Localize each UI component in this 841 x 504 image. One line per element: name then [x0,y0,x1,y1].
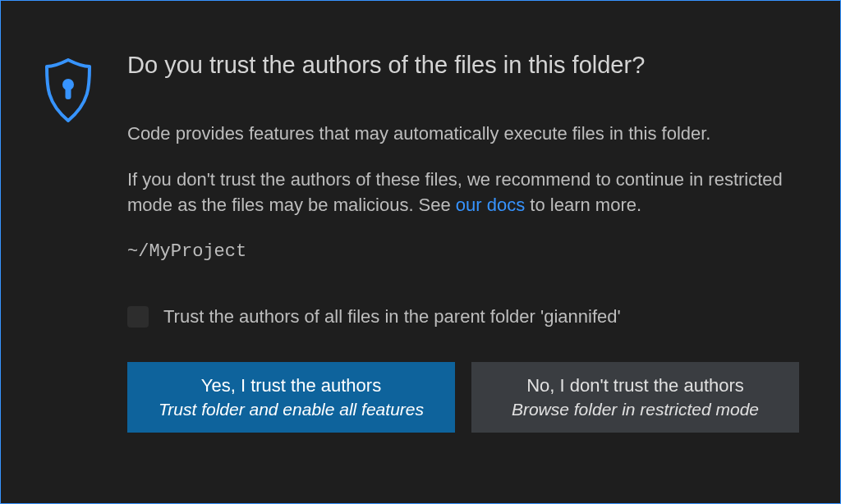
trust-parent-checkbox-label[interactable]: Trust the authors of all files in the pa… [163,306,621,328]
dialog-content: Do you trust the authors of the files in… [127,50,799,470]
dont-trust-button-sub: Browse folder in restricted mode [488,398,783,421]
folder-path: ~/MyProject [127,241,799,262]
dialog-paragraph-2-post: to learn more. [525,195,641,215]
shield-lock-icon [42,112,94,126]
trust-button-main: Yes, I trust the authors [144,373,439,398]
trust-button-sub: Trust folder and enable all features [144,398,439,421]
dialog-button-row: Yes, I trust the authors Trust folder an… [127,362,799,433]
trust-parent-checkbox[interactable] [127,306,149,328]
dialog-paragraph-1: Code provides features that may automati… [127,121,799,147]
dialog-icon-column [42,50,94,470]
dont-trust-button-main: No, I don't trust the authors [488,373,783,398]
dialog-paragraph-2: If you don't trust the authors of these … [127,167,799,219]
svg-rect-1 [66,86,71,99]
dialog-title: Do you trust the authors of the files in… [127,50,799,81]
docs-link[interactable]: our docs [456,195,525,215]
trust-parent-checkbox-row[interactable]: Trust the authors of all files in the pa… [127,306,799,328]
trust-button[interactable]: Yes, I trust the authors Trust folder an… [127,362,455,433]
dont-trust-button[interactable]: No, I don't trust the authors Browse fol… [471,362,799,433]
workspace-trust-dialog: Do you trust the authors of the files in… [0,0,841,504]
